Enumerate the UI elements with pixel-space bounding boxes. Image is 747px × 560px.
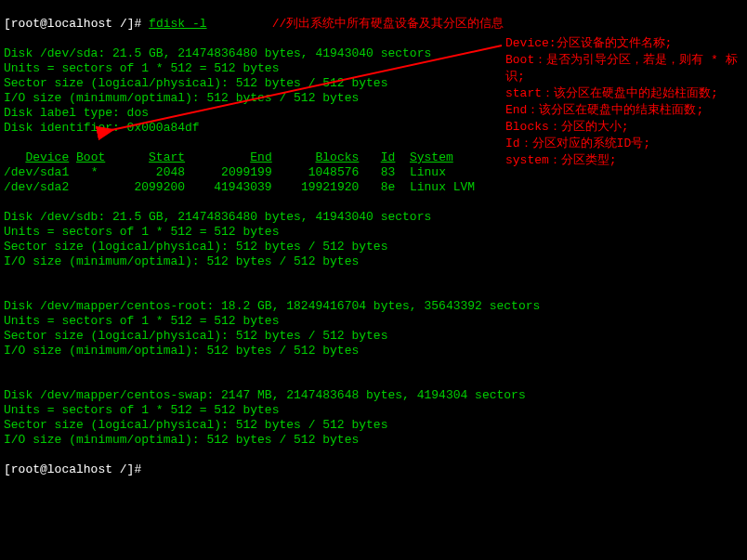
shell-prompt: [root@localhost /]# — [4, 17, 149, 31]
disk-swap-io: I/O size (minimum/optimal): 512 bytes / … — [4, 433, 359, 447]
disk-root-units: Units = sectors of 1 * 512 = 512 bytes — [4, 314, 279, 328]
disk-swap-units: Units = sectors of 1 * 512 = 512 bytes — [4, 403, 279, 417]
anno-end: End：该分区在硬盘中的结束柱面数; — [505, 102, 741, 119]
disk-sda-ident: Disk identifier: 0x000a84df — [4, 121, 200, 135]
disk-swap-header: Disk /dev/mapper/centos-swap: 2147 MB, 2… — [4, 388, 526, 402]
disk-root-io: I/O size (minimum/optimal): 512 bytes / … — [4, 344, 359, 358]
disk-sdb-sector: Sector size (logical/physical): 512 byte… — [4, 240, 387, 254]
disk-sda-sector: Sector size (logical/physical): 512 byte… — [4, 76, 387, 90]
anno-blocks: Blocks：分区的大小; — [505, 119, 741, 136]
col-boot: Boot — [76, 150, 105, 164]
col-end: End — [250, 150, 271, 164]
shell-prompt-2[interactable]: [root@localhost /]# — [4, 462, 141, 476]
table-row: /dev/sda1 * 2048 2099199 1048576 83 Linu… — [4, 165, 446, 179]
anno-id: Id：分区对应的系统ID号; — [505, 136, 741, 152]
disk-sda-units: Units = sectors of 1 * 512 = 512 bytes — [4, 61, 279, 75]
anno-start: start：该分区在硬盘中的起始柱面数; — [505, 85, 741, 102]
col-id: Id — [381, 150, 396, 164]
anno-device: Device:分区设备的文件名称; — [505, 35, 741, 52]
anno-system: system：分区类型; — [505, 152, 741, 169]
disk-sdb-units: Units = sectors of 1 * 512 = 512 bytes — [4, 225, 279, 239]
col-start: Start — [149, 150, 185, 164]
disk-sda-label: Disk label type: dos — [4, 106, 149, 120]
command-input[interactable]: fdisk -l — [149, 17, 206, 31]
col-device: Device — [25, 150, 69, 164]
anno-boot: Boot：是否为引导分区，若是，则有 * 标识; — [505, 52, 741, 85]
disk-swap-sector: Sector size (logical/physical): 512 byte… — [4, 418, 387, 432]
disk-sdb-header: Disk /dev/sdb: 21.5 GB, 21474836480 byte… — [4, 210, 431, 224]
annotation-panel: Device:分区设备的文件名称; Boot：是否为引导分区，若是，则有 * 标… — [505, 35, 741, 169]
col-system: System — [410, 150, 453, 164]
disk-root-header: Disk /dev/mapper/centos-root: 18.2 GB, 1… — [4, 299, 540, 313]
col-blocks: Blocks — [316, 150, 360, 164]
disk-sda-io: I/O size (minimum/optimal): 512 bytes / … — [4, 91, 359, 105]
disk-sdb-io: I/O size (minimum/optimal): 512 bytes / … — [4, 254, 359, 268]
table-row: /dev/sda2 2099200 41943039 19921920 8e L… — [4, 180, 475, 194]
disk-root-sector: Sector size (logical/physical): 512 byte… — [4, 329, 387, 343]
disk-sda-header: Disk /dev/sda: 21.5 GB, 21474836480 byte… — [4, 46, 431, 60]
comment-top: //列出系统中所有硬盘设备及其分区的信息 — [272, 17, 505, 31]
